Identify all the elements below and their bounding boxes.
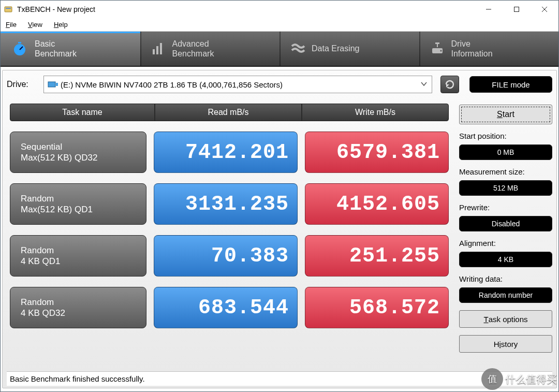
task-line1: Random (21, 193, 136, 204)
menu-help[interactable]: Help (54, 21, 68, 28)
minimize-button[interactable] (475, 1, 503, 18)
benchmark-results: Task name Read mB/s Write mB/s Sequentia… (7, 104, 452, 369)
close-button[interactable] (531, 1, 558, 18)
task-line2: Max(512 KB) QD1 (21, 204, 136, 215)
svg-rect-14 (437, 44, 438, 47)
menu-view[interactable]: View (28, 21, 42, 28)
svg-rect-15 (435, 42, 439, 44)
refresh-button[interactable] (440, 76, 459, 93)
measurement-size-value[interactable]: 512 MB (459, 180, 552, 196)
tab-label: Benchmark (172, 49, 214, 59)
result-row: Sequential Max(512 KB) QD32 7412.201 657… (10, 132, 449, 173)
svg-rect-3 (514, 7, 519, 12)
result-row: Random Max(512 KB) QD1 3131.235 4152.605 (10, 183, 449, 225)
window-title: TxBENCH - New project (17, 5, 95, 13)
start-button[interactable]: Start (459, 105, 552, 124)
measurement-size-label: Measurement size: (459, 167, 552, 176)
svg-rect-7 (18, 42, 21, 43)
drive-select[interactable]: (E:) NVMe BIWIN NV7400 2TB 1.86 TB (4,00… (43, 76, 432, 93)
app-window: TxBENCH - New project File View Help Bas… (0, 0, 559, 392)
write-value: 568.572 (305, 287, 449, 328)
maximize-button[interactable] (503, 1, 531, 18)
erase-icon (290, 41, 305, 56)
results-header: Task name Read mB/s Write mB/s (10, 104, 449, 121)
task-random-max-qd1[interactable]: Random Max(512 KB) QD1 (10, 183, 146, 225)
tab-label: Advanced (172, 39, 214, 49)
drive-icon (430, 41, 445, 56)
svg-rect-0 (5, 7, 12, 12)
status-text: Basic Benchmark finished successfully. (10, 374, 145, 383)
tab-label: Drive (451, 39, 493, 49)
writing-data-value[interactable]: Random number (459, 287, 552, 303)
side-panel: Start Start position: 0 MB Measurement s… (459, 104, 552, 369)
file-mode-button[interactable]: FILE mode (469, 76, 552, 93)
task-sequential-qd32[interactable]: Sequential Max(512 KB) QD32 (10, 132, 146, 173)
title-bar: TxBENCH - New project (1, 1, 558, 18)
prewrite-value[interactable]: Disabled (459, 216, 552, 231)
prewrite-label: Prewrite: (459, 203, 552, 212)
drive-value: (E:) NVMe BIWIN NV7400 2TB 1.86 TB (4,00… (61, 80, 283, 89)
read-value: 7412.201 (154, 132, 298, 173)
tab-label: Benchmark (35, 49, 77, 59)
task-random-4k-qd1[interactable]: Random 4 KB QD1 (10, 235, 146, 277)
read-value: 70.383 (154, 235, 298, 277)
svg-rect-11 (160, 43, 162, 54)
tab-label: Information (451, 49, 493, 59)
header-read: Read mB/s (154, 104, 301, 121)
main-panel: Drive: (E:) NVMe BIWIN NV7400 2TB 1.86 T… (2, 70, 557, 388)
alignment-value[interactable]: 4 KB (459, 252, 552, 267)
write-value: 6579.381 (305, 132, 449, 173)
drive-row: Drive: (E:) NVMe BIWIN NV7400 2TB 1.86 T… (7, 76, 552, 93)
write-value: 251.255 (305, 235, 449, 277)
task-line1: Random (21, 297, 136, 308)
task-options-button[interactable]: Task options (459, 310, 552, 328)
svg-rect-10 (156, 46, 158, 54)
tab-data-erasing[interactable]: Data Erasing (280, 32, 419, 66)
tab-drive-information[interactable]: DriveInformation (419, 32, 559, 66)
svg-rect-1 (6, 8, 11, 9)
drive-label: Drive: (7, 80, 35, 89)
task-random-4k-qd32[interactable]: Random 4 KB QD32 (10, 287, 146, 328)
bar-chart-icon (151, 41, 166, 56)
svg-rect-17 (56, 83, 58, 86)
tab-advanced-benchmark[interactable]: AdvancedBenchmark (140, 32, 280, 66)
svg-point-13 (440, 50, 442, 52)
tab-label: Basic (35, 39, 77, 49)
menu-file[interactable]: File (6, 21, 17, 28)
writing-data-label: Writing data: (459, 274, 552, 283)
header-write: Write mB/s (301, 104, 448, 121)
chevron-down-icon (420, 80, 428, 89)
result-row: Random 4 KB QD32 683.544 568.572 (10, 287, 449, 328)
write-value: 4152.605 (305, 183, 449, 225)
history-button[interactable]: History (459, 335, 552, 353)
menu-bar: File View Help (1, 18, 558, 32)
task-line2: Max(512 KB) QD32 (21, 152, 136, 163)
task-line1: Random (21, 245, 136, 256)
start-position-value[interactable]: 0 MB (459, 144, 552, 160)
task-line2: 4 KB QD1 (21, 256, 136, 267)
stopwatch-icon (11, 40, 28, 57)
header-task: Task name (10, 104, 154, 121)
svg-rect-16 (48, 82, 55, 87)
status-bar: Basic Benchmark finished successfully. (7, 371, 552, 386)
hdd-icon (47, 80, 58, 89)
alignment-label: Alignment: (459, 239, 552, 248)
task-line2: 4 KB QD32 (21, 308, 136, 318)
start-position-label: Start position: (459, 132, 552, 140)
tab-label: Data Erasing (312, 43, 360, 53)
task-line1: Sequential (21, 141, 136, 152)
read-value: 683.544 (154, 287, 298, 328)
tab-strip: BasicBenchmark AdvancedBenchmark Data Er… (1, 32, 558, 67)
app-icon (4, 5, 13, 14)
read-value: 3131.235 (154, 183, 298, 225)
result-row: Random 4 KB QD1 70.383 251.255 (10, 235, 449, 277)
tab-basic-benchmark[interactable]: BasicBenchmark (1, 32, 140, 66)
svg-rect-9 (153, 49, 155, 54)
